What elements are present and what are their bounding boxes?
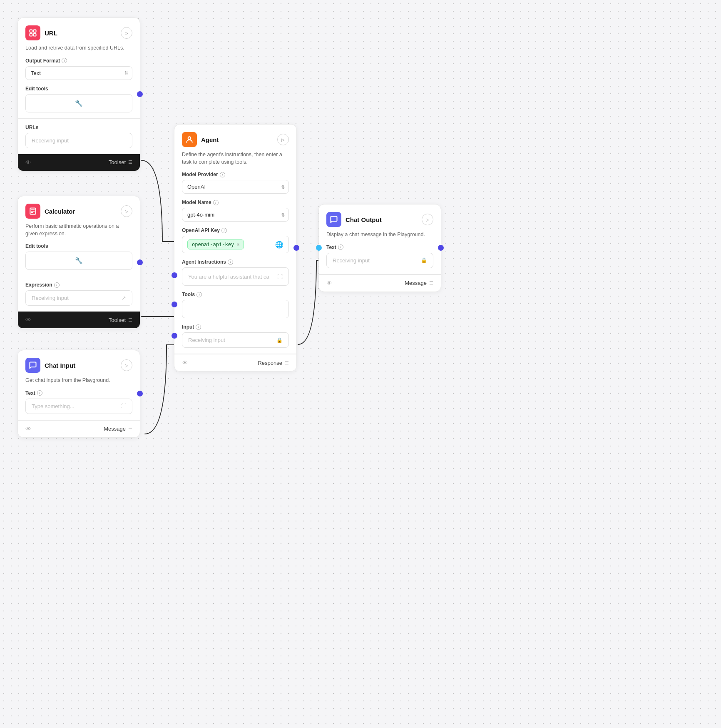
agent-input-label: Input i: [182, 324, 289, 330]
chat-input-text-input[interactable]: Type something... ⛶: [25, 399, 132, 414]
agent-input-lock-icon: 🔒: [276, 337, 283, 343]
url-edit-tools-field: Edit tools 🔧: [18, 86, 140, 118]
agent-model-name-info: i: [213, 200, 219, 205]
chat-input-text-label: Text i: [25, 390, 132, 396]
url-output-format-select-wrapper: Text ⇅: [25, 66, 132, 80]
agent-output-connector: [293, 245, 299, 251]
agent-model-provider-info: i: [220, 172, 225, 177]
chat-input-footer: 👁 Message ☰: [18, 420, 140, 437]
chat-output-text-input[interactable]: Receiving input 🔒: [326, 253, 433, 268]
chat-output-output-connector: [438, 245, 444, 251]
agent-run-button[interactable]: ▷: [277, 134, 289, 145]
url-output-format-label: Output Format i: [25, 58, 132, 64]
chat-output-run-button[interactable]: ▷: [422, 214, 433, 225]
chat-output-node-header: Chat Output ▷: [319, 204, 441, 231]
chat-output-node-desc: Display a chat message in the Playground…: [319, 231, 441, 244]
calculator-expression-input[interactable]: Receiving input ↗: [25, 290, 132, 306]
agent-tools-area[interactable]: [182, 300, 289, 318]
url-footer-icon: ☰: [128, 160, 132, 165]
agent-model-name-select-wrapper: gpt-4o-mini ⇅: [182, 208, 289, 222]
agent-expand-icon: ⛶: [277, 274, 283, 280]
chat-output-eye-icon: 👁: [326, 280, 332, 287]
url-node-footer: 👁 Toolset ☰: [18, 154, 140, 171]
agent-input-connector-3: [172, 333, 177, 339]
agent-input-connector-2: [172, 302, 177, 307]
calculator-expression-label: Expression i: [25, 282, 132, 288]
agent-instructions-field: Agent Instructions i You are a helpful a…: [174, 259, 296, 292]
agent-tools-field: Tools i: [174, 292, 296, 324]
calculator-node: Calculator ▷ Perform basic arithmetic op…: [17, 196, 140, 329]
calculator-node-footer: 👁 Toolset ☰: [18, 312, 140, 328]
calculator-expression-field: Expression i Receiving input ↗: [18, 276, 140, 312]
chat-output-node-title: Chat Output: [346, 216, 382, 223]
calculator-node-title: Calculator: [45, 208, 75, 215]
calculator-edit-tools-box[interactable]: 🔧: [25, 252, 132, 270]
chat-output-input-connector: [316, 245, 322, 251]
agent-openai-key-info: i: [221, 228, 227, 233]
agent-model-provider-select-wrapper: OpenAI ⇅: [182, 180, 289, 194]
agent-tools-info: i: [196, 292, 202, 297]
agent-api-key-remove[interactable]: ×: [236, 242, 239, 247]
agent-instructions-label: Agent Instructions i: [182, 259, 289, 265]
agent-model-provider-select[interactable]: OpenAI: [182, 180, 289, 194]
svg-point-8: [188, 137, 191, 140]
calculator-output-connector: [137, 259, 143, 265]
calculator-edit-tools-field: Edit tools 🔧: [18, 243, 140, 276]
url-urls-label: URLs: [25, 125, 132, 130]
calculator-footer-icon: ☰: [128, 317, 132, 323]
url-output-connector: [137, 91, 143, 97]
canvas: URL ▷ Load and retrive data from specifi…: [0, 0, 721, 728]
url-node-desc: Load and retrive data from specified URL…: [18, 45, 140, 58]
chat-input-eye-icon: 👁: [25, 426, 31, 432]
agent-node-icon: [182, 132, 197, 147]
url-urls-field: URLs Receiving input: [18, 119, 140, 154]
calculator-node-icon: [25, 204, 40, 219]
agent-eye-icon: 👁: [182, 359, 188, 366]
url-urls-input[interactable]: Receiving input: [25, 133, 132, 148]
url-footer-label: Toolset ☰: [109, 159, 132, 165]
calculator-wrench-icon: 🔧: [75, 257, 83, 264]
calculator-node-header-left: Calculator: [25, 204, 75, 219]
calculator-eye-icon: 👁: [25, 317, 31, 323]
chat-input-run-button[interactable]: ▷: [121, 359, 132, 371]
chat-input-node-icon: [25, 358, 40, 373]
agent-instructions-input[interactable]: You are a helpful assistant that ca ⛶: [182, 267, 289, 286]
calculator-run-button[interactable]: ▷: [121, 205, 132, 217]
url-output-format-select[interactable]: Text: [25, 66, 132, 80]
agent-openai-key-label: OpenAI API Key i: [182, 227, 289, 233]
calculator-footer-label: Toolset ☰: [109, 317, 132, 323]
agent-input-info: i: [196, 324, 201, 330]
calculator-arrow-icon: ↗: [122, 295, 126, 301]
agent-input-field: Input i Receiving input 🔒: [174, 324, 296, 354]
agent-openai-key-input[interactable]: openai-api-key × 🌐: [182, 236, 289, 253]
chat-output-node-icon: [326, 212, 341, 227]
agent-footer-label: Response ☰: [258, 360, 289, 366]
chat-input-node: Chat Input ▷ Get chat inputs from the Pl…: [17, 350, 140, 438]
chat-input-footer-label: Message ☰: [104, 426, 132, 432]
agent-node-desc: Define the agent's instructions, then en…: [174, 151, 296, 172]
chat-output-text-info: i: [338, 244, 343, 250]
agent-model-name-select[interactable]: gpt-4o-mini: [182, 208, 289, 222]
url-run-button[interactable]: ▷: [121, 27, 132, 39]
chat-output-text-field: Text i Receiving input 🔒: [319, 244, 441, 274]
chat-input-node-header-left: Chat Input: [25, 358, 75, 373]
calculator-edit-tools-label: Edit tools: [25, 243, 132, 249]
agent-node: Agent ▷ Define the agent's instructions,…: [174, 124, 297, 371]
chat-input-node-header: Chat Input ▷: [18, 350, 140, 377]
calculator-node-header: Calculator ▷: [18, 196, 140, 223]
url-edit-tools-box[interactable]: 🔧: [25, 94, 132, 112]
wrench-icon: 🔧: [75, 100, 83, 107]
agent-tools-label: Tools i: [182, 292, 289, 297]
agent-instructions-info: i: [228, 259, 233, 265]
agent-input-box[interactable]: Receiving input 🔒: [182, 332, 289, 348]
svg-rect-0: [30, 30, 32, 32]
url-output-format-info: i: [62, 58, 67, 63]
calculator-expression-info: i: [54, 282, 60, 288]
svg-rect-1: [34, 30, 36, 32]
chat-output-footer-label: Message ☰: [405, 280, 433, 286]
url-node-icon: [25, 25, 40, 40]
agent-input-connector-1: [172, 272, 177, 278]
agent-node-title: Agent: [201, 136, 219, 143]
agent-node-header-left: Agent: [182, 132, 219, 147]
chat-input-footer-icon: ☰: [128, 426, 132, 431]
